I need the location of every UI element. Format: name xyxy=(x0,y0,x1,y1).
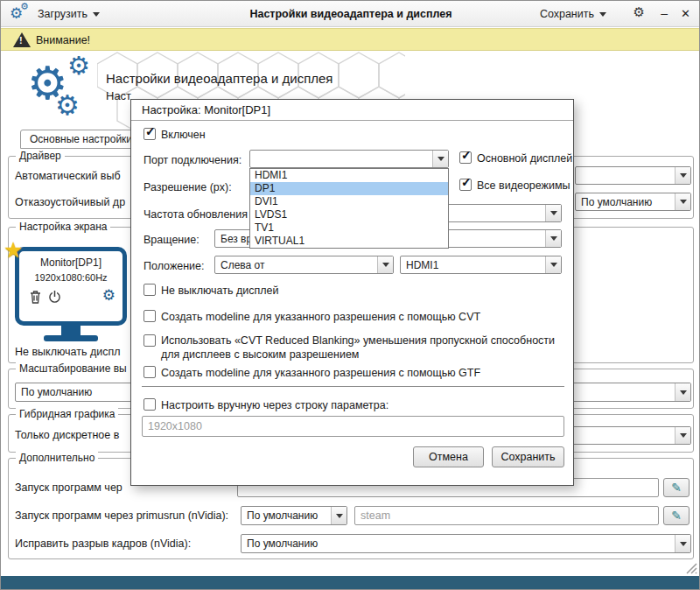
run-programs-label: Запуск программ чер xyxy=(15,481,122,494)
port-option[interactable]: DVI1 xyxy=(250,195,448,208)
tearfix-value: По умолчанию xyxy=(247,537,318,550)
window-titlebar: ⚙ ⚙ Загрузить Настройки видеоадаптера и … xyxy=(1,1,700,27)
allmodes-label: Все видеорежимы xyxy=(477,179,570,192)
save-button-label: Сохранить xyxy=(540,8,594,20)
chevron-down-icon xyxy=(675,167,690,184)
enabled-checkbox[interactable]: ✓ xyxy=(144,128,156,140)
driver-failsafe-value: По умолчанию xyxy=(581,196,652,208)
gear-icon: ⚙ xyxy=(634,4,645,19)
screen-note-label: Не выключать диспл xyxy=(15,346,121,358)
scaling-value: По умолчанию xyxy=(21,386,92,398)
primary-display-checkbox[interactable]: ✓ xyxy=(459,151,472,164)
fieldset-driver-legend: Драйвер xyxy=(16,150,65,162)
hybrid-label: Только дискретное в xyxy=(15,429,119,441)
settings-gear-button[interactable]: ⚙ xyxy=(634,4,645,20)
driver-failsafe-select[interactable]: По умолчанию xyxy=(575,193,691,211)
chevron-down-icon xyxy=(675,383,690,401)
port-option[interactable]: LVDS1 xyxy=(250,208,448,221)
monitor-name: Monitor[DP1] xyxy=(19,256,122,269)
resolution-label: Разрешение (px): xyxy=(144,181,232,193)
chevron-down-icon xyxy=(599,12,606,17)
driver-auto-label: Автоматический выб xyxy=(15,170,121,182)
check-icon: ✓ xyxy=(461,149,472,162)
cvt-reduced-blanking-checkbox[interactable] xyxy=(144,334,156,347)
app-logo: ⚙ ⚙ ⚙ xyxy=(25,55,108,125)
dialog-title: Настройка: Monitor[DP1] xyxy=(131,100,573,121)
favorite-star-icon: ★ xyxy=(4,237,23,263)
dialog-save-button[interactable]: Сохранить xyxy=(492,446,564,467)
pencil-icon: ✎ xyxy=(671,509,682,523)
port-option[interactable]: TV1 xyxy=(250,221,448,235)
no-display-off-label: Не выключать дисплей xyxy=(161,284,279,297)
chevron-down-icon xyxy=(545,256,561,273)
chevron-down-icon xyxy=(675,535,690,552)
rotation-label: Вращение: xyxy=(144,234,200,246)
monitor-card[interactable]: Monitor[DP1] 1920x1080:60Hz ⚙ xyxy=(15,247,127,326)
port-label: Порт подключения: xyxy=(144,154,242,166)
save-button[interactable]: Сохранить xyxy=(540,5,606,23)
exclamation-mark: ! xyxy=(19,35,23,46)
position-combobox[interactable]: Слева от xyxy=(214,256,394,274)
chevron-down-icon xyxy=(675,427,690,444)
trash-icon[interactable] xyxy=(30,290,41,307)
chevron-down-icon xyxy=(432,151,448,167)
tab-main-settings[interactable]: Основные настройки xyxy=(20,130,142,149)
close-button[interactable]: ✕ xyxy=(681,7,690,20)
chevron-down-icon xyxy=(675,193,690,210)
chevron-down-icon xyxy=(377,256,393,273)
resize-grip[interactable] xyxy=(684,561,698,574)
chevron-down-icon xyxy=(545,230,561,247)
fieldset-screen-legend: Настройка экрана xyxy=(16,221,110,233)
port-option[interactable]: VIRTUAL1 xyxy=(250,235,448,248)
cvt-modeline-label: Создать modeline для указанного разрешен… xyxy=(161,311,480,323)
primusrun-input[interactable] xyxy=(354,506,659,525)
monitor-mode: 1920x1080:60Hz xyxy=(19,272,122,283)
run-programs-edit-button[interactable]: ✎ xyxy=(663,478,690,497)
gtf-modeline-label: Создать modeline для указанного разрешен… xyxy=(161,367,480,379)
cvt-reduced-blanking-label-line1: Использовать «CVT Reduced Blanking» умен… xyxy=(161,334,555,347)
pencil-icon: ✎ xyxy=(671,481,682,495)
enabled-label: Включен xyxy=(161,129,206,141)
fieldset-extra-legend: Дополнительно xyxy=(16,452,98,464)
footer-bar xyxy=(1,576,700,590)
primusrun-edit-button[interactable]: ✎ xyxy=(663,506,690,525)
tearfix-select[interactable]: По умолчанию xyxy=(241,534,691,553)
cancel-button[interactable]: Отмена xyxy=(413,446,484,467)
check-icon: ✓ xyxy=(145,125,156,138)
primary-display-label: Основной дисплей xyxy=(477,152,572,165)
driver-failsafe-label: Отказоустойчивый др xyxy=(15,196,125,208)
monitor-settings-dialog: Настройка: Monitor[DP1] ✓ Включен Порт п… xyxy=(130,99,574,486)
port-dropdown-list: HDMI1 DP1 DVI1 LVDS1 TV1 VIRTUAL1 xyxy=(249,168,449,249)
manual-config-label: Настроить вручную через строку параметра… xyxy=(161,399,388,411)
tearfix-label: Исправить разрыв кадров (nVidia): xyxy=(15,537,191,550)
dialog-separator xyxy=(142,386,564,387)
cvt-modeline-checkbox[interactable] xyxy=(144,310,156,322)
application-window: ⚙ ⚙ Загрузить Настройки видеоадаптера и … xyxy=(0,0,700,590)
warning-banner: ! Внимание! xyxy=(1,28,700,51)
minimize-button[interactable]: – xyxy=(661,6,668,20)
monitor-stand-base xyxy=(44,335,98,341)
port-combobox[interactable] xyxy=(249,150,449,168)
refresh-label: Частота обновления ( xyxy=(144,208,255,221)
monitor-settings-gear-icon[interactable]: ⚙ xyxy=(102,286,116,305)
chevron-down-icon xyxy=(545,205,561,221)
allmodes-checkbox[interactable]: ✓ xyxy=(459,179,472,191)
no-display-off-checkbox[interactable] xyxy=(144,284,156,296)
page-title: Настройки видеоадаптера и дисплея xyxy=(106,71,332,86)
gear-icon: ⚙ xyxy=(67,53,90,79)
position-target-combobox[interactable]: HDMI1 xyxy=(400,256,562,274)
primusrun-select[interactable]: По умолчанию xyxy=(241,506,347,525)
chevron-down-icon xyxy=(331,507,346,524)
gtf-modeline-checkbox[interactable] xyxy=(144,366,156,378)
manual-config-checkbox[interactable] xyxy=(144,398,156,411)
port-option-selected[interactable]: DP1 xyxy=(250,182,448,195)
port-option[interactable]: HDMI1 xyxy=(250,169,448,182)
position-value: Слева от xyxy=(220,259,265,271)
monitor-stand-neck xyxy=(61,326,80,335)
manual-config-input[interactable] xyxy=(142,416,564,437)
warning-text: Внимание! xyxy=(36,34,90,46)
check-icon: ✓ xyxy=(461,176,472,189)
driver-auto-select[interactable] xyxy=(575,166,691,185)
power-icon[interactable] xyxy=(48,290,61,307)
gear-icon: ⚙ xyxy=(55,92,80,119)
